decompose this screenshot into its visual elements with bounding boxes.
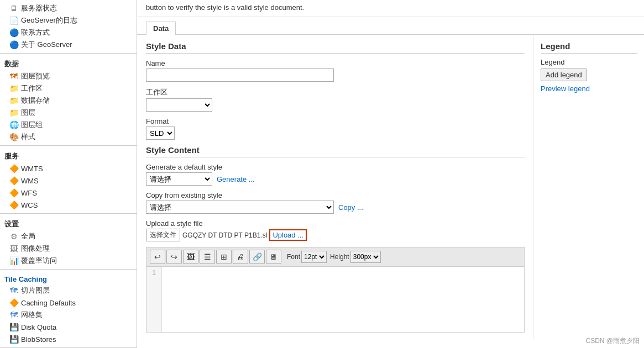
copy-from-label: Copy from existing style	[146, 191, 525, 199]
generate-button[interactable]: Generate ...	[217, 175, 255, 183]
font-label: Font	[287, 253, 300, 261]
wmts-icon: 🔶	[9, 164, 19, 173]
name-row: Name	[146, 59, 525, 82]
sidebar-item-geoserver-log[interactable]: 📄 GeoServer的日志	[0, 14, 137, 27]
redo-button[interactable]: ↪	[166, 250, 182, 264]
sidebar-item-label: WCS	[21, 201, 38, 209]
style-data-header: Style Data	[146, 41, 525, 54]
copy-button[interactable]: Copy ...	[338, 203, 363, 212]
workspace-select[interactable]	[146, 98, 212, 112]
sidebar-item-image-process[interactable]: 🖼 图像处理	[0, 242, 137, 255]
section-data: 数据	[0, 56, 137, 70]
style-icon: 🎨	[9, 132, 19, 142]
sidebar-item-wms[interactable]: 🔶 WMS	[0, 175, 137, 187]
gridset-icon: 🗺	[9, 310, 19, 320]
watermark: CSDN @雨煮夕阳	[585, 336, 640, 346]
sidebar-item-label: 切片图层	[21, 286, 50, 296]
format-label: Format	[146, 117, 525, 125]
sidebar-item-caching-defaults[interactable]: 🔶 Caching Defaults	[0, 297, 137, 309]
format-select[interactable]: SLD	[146, 126, 175, 140]
tab-data[interactable]: Data	[146, 22, 176, 35]
sidebar-item-wmts[interactable]: 🔶 WMTS	[0, 162, 137, 175]
workspace-row: 工作区	[146, 87, 525, 112]
sidebar-item-label: Caching Defaults	[21, 299, 76, 307]
legend-panel: Legend Legend Add legend Preview legend	[533, 35, 644, 339]
upload-row: Upload a style file 选择文件 GGQZY DT DTD PT…	[146, 219, 525, 241]
sidebar-item-label: 覆盖率访问	[21, 256, 57, 266]
form-area: Style Data Name 工作区 Format SLD	[137, 35, 533, 339]
format-row: Format SLD	[146, 117, 525, 140]
sidebar-item-label: 工作区	[21, 83, 43, 93]
add-legend-button[interactable]: Add legend	[541, 68, 587, 81]
choose-file-button[interactable]: 选择文件	[146, 229, 180, 241]
global-icon: ⚙	[9, 231, 19, 241]
layer-preview-icon: 🗺	[9, 71, 19, 81]
file-name: GGQZY DT DTD PT P1B1.sl	[182, 231, 267, 239]
sidebar-item-data-store[interactable]: 📁 数据存储	[0, 94, 137, 107]
image-process-icon: 🖼	[9, 244, 19, 254]
height-label: Height	[330, 253, 349, 261]
copy-from-select[interactable]: 请选择	[146, 201, 334, 214]
divider-2	[0, 145, 137, 146]
generate-select[interactable]: 请选择	[146, 172, 212, 186]
sidebar-item-layer[interactable]: 📁 图层	[0, 107, 137, 119]
line-numbers: 1	[146, 267, 162, 332]
name-label: Name	[146, 59, 525, 67]
sidebar-item-about[interactable]: 🔵 关于 GeoServer	[0, 39, 137, 51]
sidebar-item-label: WFS	[21, 189, 37, 197]
sidebar-item-workspace[interactable]: 📁 工作区	[0, 82, 137, 94]
wms-icon: 🔶	[9, 176, 19, 186]
sidebar-item-label: 图像处理	[21, 244, 50, 254]
table-button[interactable]: ⊞	[216, 250, 232, 264]
sidebar-item-layer-preview[interactable]: 🗺 图层预览	[0, 70, 137, 82]
contact-icon: 🔵	[9, 28, 19, 38]
caching-defaults-icon: 🔶	[9, 298, 19, 308]
undo-button[interactable]: ↩	[150, 250, 165, 264]
sidebar-item-label: 关于 GeoServer	[21, 40, 72, 50]
style-content-header: Style Content	[146, 145, 525, 157]
sidebar-item-global[interactable]: ⚙ 全局	[0, 230, 137, 242]
geoserver-log-icon: 📄	[9, 15, 19, 25]
sidebar-item-disk-quota[interactable]: 💾 Disk Quota	[0, 321, 137, 333]
workspace-icon: 📁	[9, 83, 19, 93]
sidebar-item-contact[interactable]: 🔵 联系方式	[0, 27, 137, 39]
workspace-label: 工作区	[146, 87, 525, 97]
sidebar-item-coverage-access[interactable]: 📊 覆盖率访问	[0, 255, 137, 267]
generate-label: Generate a default style	[146, 163, 525, 171]
sidebar-item-label: BlobStores	[21, 335, 56, 344]
list-button[interactable]: ☰	[200, 250, 215, 264]
sidebar-item-label: 网格集	[21, 310, 43, 320]
data-store-icon: 📁	[9, 96, 19, 106]
sidebar-item-label: WMTS	[21, 165, 43, 173]
sidebar-item-style[interactable]: 🎨 样式	[0, 131, 137, 143]
upload-label: Upload a style file	[146, 219, 525, 228]
font-select[interactable]: 12pt	[301, 251, 327, 263]
main-content: button to verify the style is a valid st…	[137, 0, 644, 348]
print-button[interactable]: 🖨	[233, 250, 248, 264]
upload-link[interactable]: Upload ...	[269, 229, 307, 241]
image-button[interactable]: 🖼	[183, 250, 198, 264]
sidebar-item-wfs[interactable]: 🔶 WFS	[0, 187, 137, 199]
copy-row: Copy from existing style 请选择 Copy ...	[146, 191, 525, 214]
preview-legend-link[interactable]: Preview legend	[541, 85, 637, 93]
sidebar-item-label: GeoServer的日志	[21, 15, 77, 25]
editor-content[interactable]	[162, 267, 524, 332]
media-button[interactable]: 🖥	[266, 250, 281, 264]
sidebar-item-server-status[interactable]: 🖥 服务器状态	[0, 2, 137, 14]
height-select[interactable]: 300px	[350, 251, 381, 263]
sidebar-item-blobstores[interactable]: 💾 BlobStores	[0, 333, 137, 345]
sidebar-item-gridset[interactable]: 🗺 网格集	[0, 309, 137, 321]
link-button[interactable]: 🔗	[249, 250, 265, 264]
name-input[interactable]	[146, 68, 334, 82]
blobstores-icon: 💾	[9, 334, 19, 344]
legend-label: Legend	[541, 58, 637, 66]
divider-4	[0, 269, 137, 270]
sidebar-item-label: 全局	[21, 231, 35, 241]
tab-bar: Data	[137, 17, 644, 35]
sidebar-item-layer-group[interactable]: 🌐 图层组	[0, 119, 137, 131]
sidebar-item-label: 数据存储	[21, 96, 50, 106]
sidebar-item-wcs[interactable]: 🔶 WCS	[0, 199, 137, 211]
wcs-icon: 🔶	[9, 200, 19, 210]
sidebar-item-label: 联系方式	[21, 28, 50, 38]
sidebar-item-tile-layer[interactable]: 🗺 切片图层	[0, 284, 137, 297]
